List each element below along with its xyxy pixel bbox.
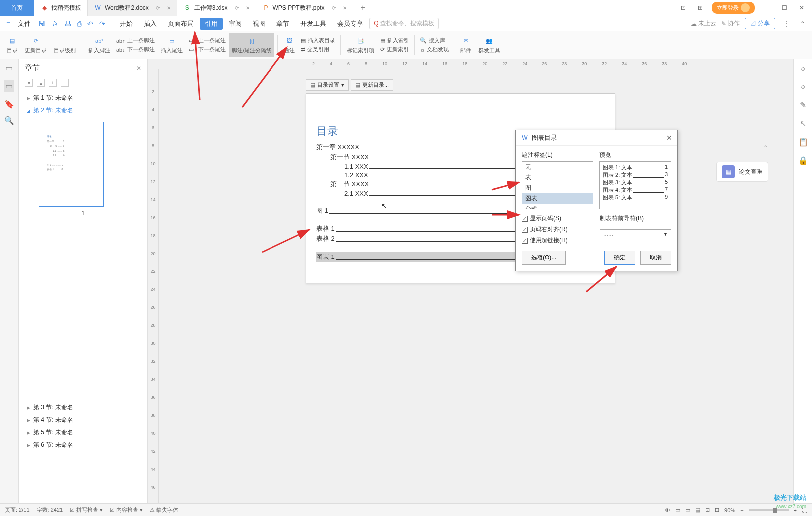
menu-file[interactable]: 文件 [14, 18, 35, 29]
login-button[interactable]: 立即登录 [712, 2, 755, 14]
tab-home[interactable]: 首页 [0, 0, 34, 16]
save-icon[interactable]: 🖫 [36, 20, 48, 28]
nav-section-4[interactable]: ▶第 4 节: 未命名 [19, 414, 147, 426]
coop-button[interactable]: ✎ 协作 [721, 19, 740, 28]
redo-icon[interactable]: ↷ [97, 20, 108, 28]
menu-reference[interactable]: 引用 [200, 18, 223, 30]
view-web-icon[interactable]: ▭ [685, 507, 690, 513]
close-icon[interactable]: ✕ [246, 5, 250, 11]
side-collapse-icon[interactable]: ⌃ [763, 144, 768, 151]
status-words[interactable]: 字数: 2421 [37, 506, 63, 514]
tab-ppt[interactable]: P WPS PPT教程.pptx ⟳ ✕ [256, 0, 353, 16]
zoom-out-button[interactable]: − [740, 507, 743, 513]
tab-sync-icon[interactable]: ⟳ [156, 5, 160, 11]
select-icon[interactable]: ↖ [800, 119, 806, 128]
nav-section-2[interactable]: ◢第 2 节: 未命名 [19, 104, 147, 117]
status-font[interactable]: ⚠ 缺失字体 [150, 506, 178, 514]
outline-icon[interactable]: ▭ [5, 63, 13, 73]
document-canvas[interactable]: ▤ 目录设置 ▾ ▤ 更新目录... 目录 第一章 XXXXX5第一节 XXXX… [159, 69, 793, 503]
status-page[interactable]: 页面: 2/11 [5, 506, 30, 514]
ribbon-mark-index[interactable]: 📑标记索引项 [344, 33, 377, 57]
ribbon-next-endnote[interactable]: ▭↓下一条尾注 [187, 45, 228, 54]
ribbon-toc-level[interactable]: ≡目录级别 [51, 33, 79, 57]
nav-section-3[interactable]: ▶第 3 节: 未命名 [19, 401, 147, 414]
menu-review[interactable]: 审阅 [224, 18, 247, 30]
listbox-option[interactable]: 公式 [522, 204, 593, 209]
ribbon-mass[interactable]: 👥群发工具 [475, 33, 503, 57]
menu-dev[interactable]: 开发工具 [295, 18, 331, 30]
tab-template[interactable]: ◆ 找稻壳模板 [34, 0, 88, 16]
paper-check-button[interactable]: ▦ 论文查重 [716, 162, 768, 182]
undo-icon[interactable]: ↶ [85, 20, 96, 28]
fit-icon[interactable]: ⊡ [715, 507, 719, 513]
close-button[interactable]: ✕ [796, 4, 807, 11]
search-icon[interactable]: 🔍 [4, 116, 14, 125]
ribbon-doc-find[interactable]: ☼文档发现 [418, 45, 451, 54]
menu-hamburger-icon[interactable]: ≡ [4, 20, 13, 28]
options-button[interactable]: 选项(O)... [522, 251, 566, 265]
clipboard-icon[interactable]: 📋 [798, 137, 808, 147]
ok-button[interactable]: 确定 [604, 251, 635, 265]
ribbon-separator-line[interactable]: [i]脚注/尾注分隔线 [229, 33, 274, 57]
listbox-option[interactable]: 表 [522, 172, 593, 183]
menu-insert[interactable]: 插入 [139, 18, 162, 30]
ribbon-insert-index[interactable]: ▤插入索引 [378, 36, 411, 45]
dialog-close-icon[interactable]: ✕ [666, 134, 672, 142]
ribbon-prev-endnote[interactable]: ▭↑上一条尾注 [187, 36, 228, 45]
nav-section-5[interactable]: ▶第 5 节: 未命名 [19, 426, 147, 439]
menu-view[interactable]: 视图 [248, 18, 271, 30]
leader-combobox[interactable]: ......▼ [600, 229, 671, 239]
ribbon-mail[interactable]: ✉邮件 [457, 33, 474, 57]
show-page-checkbox[interactable]: ✓显示页码(S) [522, 214, 593, 223]
view-read-icon[interactable]: 👁 [665, 507, 670, 513]
menu-start[interactable]: 开始 [115, 18, 138, 30]
ribbon-caption[interactable]: 🖼题注 [281, 33, 298, 57]
preview-icon[interactable]: ⎙ [75, 20, 84, 28]
ribbon-search-lib[interactable]: 🔍搜文库 [418, 36, 451, 45]
print-preview-icon[interactable]: 🖯 [49, 20, 61, 28]
grid-icon[interactable]: ⊞ [695, 4, 706, 11]
page-thumbnail[interactable]: 目录 第一章 .......... 5 第一节 ...... 5 1.1 ...… [39, 122, 104, 207]
pen-icon[interactable]: ✎ [800, 100, 806, 110]
form-icon[interactable]: ⟐ [801, 82, 806, 91]
collapse-ribbon-icon[interactable]: ⌃ [797, 20, 808, 27]
tab-sync-icon[interactable]: ⟳ [235, 5, 239, 11]
menu-chapter[interactable]: 章节 [271, 18, 294, 30]
status-spell[interactable]: ☑ 拼写检查 ▾ [70, 506, 103, 514]
ribbon-insert-endnote[interactable]: ▭插入尾注 [158, 33, 186, 57]
scan-icon[interactable]: ⊡ [678, 4, 689, 11]
nav-icon[interactable]: ▭ [4, 80, 14, 92]
view-outline-icon[interactable]: ▤ [695, 507, 700, 513]
tab-xlsx[interactable]: S 工作簿3.xlsx ⟳ ✕ [177, 0, 256, 16]
right-align-checkbox[interactable]: ✓页码右对齐(R) [522, 225, 593, 234]
cloud-status[interactable]: ☁ 未上云 [691, 19, 716, 28]
ribbon-toc[interactable]: ▤目录 [4, 33, 21, 57]
panel-tool-collapse[interactable]: ▴ [37, 79, 45, 87]
style-icon[interactable]: ⟐ [801, 64, 806, 73]
nav-section-6[interactable]: ▶第 6 节: 未命名 [19, 439, 147, 451]
menu-vip[interactable]: 会员专享 [332, 18, 368, 30]
bookmark-icon[interactable]: 🔖 [4, 99, 14, 109]
listbox-option[interactable]: 图 [522, 183, 593, 193]
panel-tool-remove[interactable]: − [61, 79, 69, 87]
ribbon-update-toc[interactable]: ⟳更新目录 [22, 33, 50, 57]
ribbon-next-footnote[interactable]: ab↓下一条脚注 [114, 45, 157, 54]
listbox-option[interactable]: 无 [522, 162, 593, 172]
ribbon-insert-figtoc[interactable]: ▤插入表目录 [299, 36, 337, 45]
minimize-button[interactable]: — [761, 4, 773, 11]
hyperlink-checkbox[interactable]: ✓使用超链接(H) [522, 236, 593, 245]
print-icon[interactable]: 🖶 [62, 20, 74, 28]
zoom-slider[interactable] [749, 509, 789, 511]
ribbon-prev-footnote[interactable]: ab↑上一条脚注 [114, 36, 157, 45]
close-icon[interactable]: ✕ [343, 5, 347, 11]
listbox-option[interactable]: 图表 [522, 193, 593, 204]
view-mode-icon[interactable]: ⊡ [705, 507, 710, 513]
more-icon[interactable]: ⋮ [780, 20, 792, 27]
caption-label-listbox[interactable]: 无表图图表公式 [522, 161, 593, 209]
lock-icon[interactable]: 🔒 [798, 156, 808, 165]
share-button[interactable]: ⊿ 分享 [745, 18, 775, 29]
menu-layout[interactable]: 页面布局 [163, 18, 199, 30]
toc-update-button[interactable]: ▤ 更新目录... [351, 79, 393, 91]
close-icon[interactable]: ✕ [167, 5, 171, 11]
view-print-icon[interactable]: ▭ [675, 507, 680, 513]
